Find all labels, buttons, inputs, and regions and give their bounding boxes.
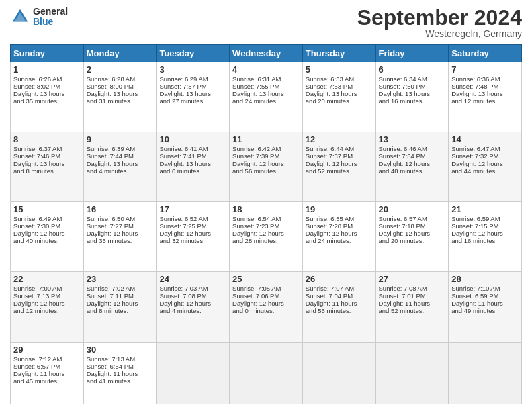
calendar-cell: 11Sunrise: 6:42 AMSunset: 7:39 PMDayligh… bbox=[230, 132, 303, 202]
calendar-cell bbox=[302, 342, 375, 404]
day-number: 3 bbox=[159, 64, 226, 75]
day-number: 15 bbox=[13, 204, 81, 214]
calendar-cell: 14Sunrise: 6:47 AMSunset: 7:32 PMDayligh… bbox=[449, 132, 522, 202]
calendar-cell: 17Sunrise: 6:52 AMSunset: 7:25 PMDayligh… bbox=[157, 202, 230, 272]
day-number: 1 bbox=[13, 64, 81, 75]
day-number: 16 bbox=[87, 204, 154, 214]
day-number: 24 bbox=[159, 274, 226, 284]
day-number: 4 bbox=[232, 64, 300, 75]
calendar-header-monday: Monday bbox=[83, 45, 157, 62]
day-number: 17 bbox=[159, 204, 226, 214]
calendar-cell: 22Sunrise: 7:00 AMSunset: 7:13 PMDayligh… bbox=[11, 272, 84, 342]
day-number: 22 bbox=[13, 274, 81, 284]
calendar-cell: 28Sunrise: 7:10 AMSunset: 6:59 PMDayligh… bbox=[449, 272, 522, 342]
calendar-cell: 8Sunrise: 6:37 AMSunset: 7:46 PMDaylight… bbox=[11, 132, 84, 202]
calendar-week-4: 22Sunrise: 7:00 AMSunset: 7:13 PMDayligh… bbox=[11, 272, 522, 342]
day-number: 30 bbox=[87, 345, 154, 355]
header: General Blue September 2024 Westeregeln,… bbox=[10, 7, 522, 39]
calendar-header-wednesday: Wednesday bbox=[230, 45, 303, 62]
logo-text: General Blue bbox=[33, 7, 68, 28]
calendar-cell: 6Sunrise: 6:34 AMSunset: 7:50 PMDaylight… bbox=[375, 62, 449, 132]
day-number: 21 bbox=[451, 204, 519, 214]
calendar-cell: 12Sunrise: 6:44 AMSunset: 7:37 PMDayligh… bbox=[302, 132, 375, 202]
calendar-header-row: SundayMondayTuesdayWednesdayThursdayFrid… bbox=[11, 45, 522, 62]
calendar-cell: 30Sunrise: 7:13 AMSunset: 6:54 PMDayligh… bbox=[83, 342, 157, 404]
day-number: 7 bbox=[451, 64, 519, 75]
day-number: 26 bbox=[306, 274, 373, 284]
logo-blue: Blue bbox=[33, 17, 68, 27]
calendar-header-saturday: Saturday bbox=[449, 45, 522, 62]
day-number: 20 bbox=[379, 204, 446, 214]
day-number: 9 bbox=[87, 134, 154, 144]
calendar-cell bbox=[157, 342, 230, 404]
calendar-cell: 7Sunrise: 6:36 AMSunset: 7:48 PMDaylight… bbox=[449, 62, 522, 132]
calendar-table: SundayMondayTuesdayWednesdayThursdayFrid… bbox=[10, 44, 522, 404]
calendar-header-friday: Friday bbox=[375, 45, 449, 62]
calendar-cell: 19Sunrise: 6:55 AMSunset: 7:20 PMDayligh… bbox=[302, 202, 375, 272]
page: General Blue September 2024 Westeregeln,… bbox=[0, 0, 532, 411]
day-number: 27 bbox=[379, 274, 446, 284]
day-number: 18 bbox=[232, 204, 300, 214]
day-number: 12 bbox=[306, 134, 373, 144]
day-number: 11 bbox=[232, 134, 300, 144]
day-number: 19 bbox=[306, 204, 373, 214]
calendar-cell: 5Sunrise: 6:33 AMSunset: 7:53 PMDaylight… bbox=[302, 62, 375, 132]
calendar-cell bbox=[449, 342, 522, 404]
calendar-cell: 15Sunrise: 6:49 AMSunset: 7:30 PMDayligh… bbox=[11, 202, 84, 272]
calendar-cell bbox=[375, 342, 449, 404]
day-number: 13 bbox=[379, 134, 446, 144]
calendar-cell: 9Sunrise: 6:39 AMSunset: 7:44 PMDaylight… bbox=[83, 132, 157, 202]
calendar-cell: 23Sunrise: 7:02 AMSunset: 7:11 PMDayligh… bbox=[83, 272, 157, 342]
day-number: 10 bbox=[159, 134, 226, 144]
day-number: 28 bbox=[451, 274, 519, 284]
day-number: 29 bbox=[13, 345, 81, 355]
calendar-cell: 13Sunrise: 6:46 AMSunset: 7:34 PMDayligh… bbox=[375, 132, 449, 202]
day-number: 25 bbox=[232, 274, 300, 284]
day-number: 6 bbox=[379, 64, 446, 75]
calendar-cell: 2Sunrise: 6:28 AMSunset: 8:00 PMDaylight… bbox=[83, 62, 157, 132]
calendar-cell: 1Sunrise: 6:26 AMSunset: 8:02 PMDaylight… bbox=[11, 62, 84, 132]
logo-icon bbox=[10, 7, 30, 27]
calendar-cell: 3Sunrise: 6:29 AMSunset: 7:57 PMDaylight… bbox=[157, 62, 230, 132]
calendar-cell: 29Sunrise: 7:12 AMSunset: 6:57 PMDayligh… bbox=[11, 342, 84, 404]
calendar-header-thursday: Thursday bbox=[302, 45, 375, 62]
calendar-cell: 4Sunrise: 6:31 AMSunset: 7:55 PMDaylight… bbox=[230, 62, 303, 132]
logo: General Blue bbox=[10, 7, 68, 28]
day-number: 5 bbox=[306, 64, 373, 75]
calendar-header-tuesday: Tuesday bbox=[157, 45, 230, 62]
day-number: 23 bbox=[87, 274, 154, 284]
calendar-week-2: 8Sunrise: 6:37 AMSunset: 7:46 PMDaylight… bbox=[11, 132, 522, 202]
day-number: 2 bbox=[87, 64, 154, 75]
calendar-cell: 10Sunrise: 6:41 AMSunset: 7:41 PMDayligh… bbox=[157, 132, 230, 202]
calendar-cell: 21Sunrise: 6:59 AMSunset: 7:15 PMDayligh… bbox=[449, 202, 522, 272]
calendar-week-1: 1Sunrise: 6:26 AMSunset: 8:02 PMDaylight… bbox=[11, 62, 522, 132]
day-number: 8 bbox=[13, 134, 81, 144]
calendar-cell: 25Sunrise: 7:05 AMSunset: 7:06 PMDayligh… bbox=[230, 272, 303, 342]
logo-general: General bbox=[33, 7, 68, 17]
calendar-cell bbox=[230, 342, 303, 404]
day-number: 14 bbox=[451, 134, 519, 144]
calendar-week-5: 29Sunrise: 7:12 AMSunset: 6:57 PMDayligh… bbox=[11, 342, 522, 404]
calendar-cell: 24Sunrise: 7:03 AMSunset: 7:08 PMDayligh… bbox=[157, 272, 230, 342]
month-title: September 2024 bbox=[357, 7, 522, 28]
title-block: September 2024 Westeregeln, Germany bbox=[357, 7, 522, 39]
calendar-cell: 18Sunrise: 6:54 AMSunset: 7:23 PMDayligh… bbox=[230, 202, 303, 272]
calendar-header-sunday: Sunday bbox=[11, 45, 84, 62]
calendar-cell: 26Sunrise: 7:07 AMSunset: 7:04 PMDayligh… bbox=[302, 272, 375, 342]
location: Westeregeln, Germany bbox=[357, 28, 522, 39]
calendar-cell: 27Sunrise: 7:08 AMSunset: 7:01 PMDayligh… bbox=[375, 272, 449, 342]
calendar-week-3: 15Sunrise: 6:49 AMSunset: 7:30 PMDayligh… bbox=[11, 202, 522, 272]
calendar-cell: 16Sunrise: 6:50 AMSunset: 7:27 PMDayligh… bbox=[83, 202, 157, 272]
calendar-cell: 20Sunrise: 6:57 AMSunset: 7:18 PMDayligh… bbox=[375, 202, 449, 272]
